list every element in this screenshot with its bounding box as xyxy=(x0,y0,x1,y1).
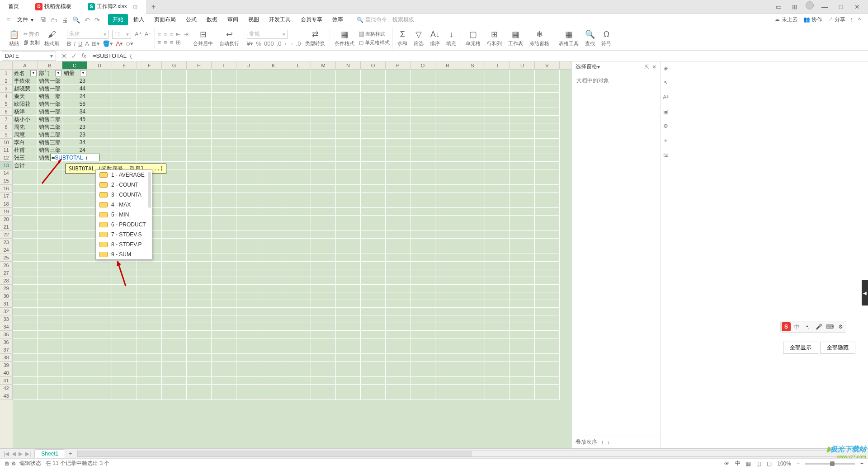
tab-add[interactable]: + xyxy=(146,3,161,11)
fx-icon[interactable]: fx xyxy=(81,52,86,60)
cell[interactable] xyxy=(361,239,386,246)
cell[interactable] xyxy=(212,139,236,146)
cell[interactable] xyxy=(311,377,336,385)
cond-format-button[interactable]: ▦条件格式 xyxy=(333,29,356,47)
cell[interactable] xyxy=(410,208,435,216)
cell[interactable] xyxy=(62,331,87,338)
location-icon[interactable]: ⌖ xyxy=(664,137,667,144)
redo-icon[interactable]: ↷ xyxy=(94,16,100,24)
cell[interactable] xyxy=(261,108,286,116)
cell[interactable] xyxy=(410,185,435,193)
row-header[interactable]: 22 xyxy=(0,231,13,239)
cell[interactable] xyxy=(535,392,560,400)
row-header[interactable]: 19 xyxy=(0,208,13,216)
cell[interactable] xyxy=(87,377,112,385)
cell[interactable] xyxy=(62,185,87,193)
cell[interactable] xyxy=(13,392,38,400)
cell[interactable] xyxy=(460,162,485,169)
cell[interactable] xyxy=(386,169,410,177)
cell[interactable] xyxy=(212,123,236,131)
cell[interactable] xyxy=(485,85,510,93)
cell[interactable]: 45 xyxy=(62,116,87,123)
cell[interactable] xyxy=(137,385,162,392)
cell[interactable] xyxy=(236,354,261,362)
menu-tab-member[interactable]: 会员专享 xyxy=(296,14,327,25)
cell[interactable] xyxy=(336,70,361,77)
view-cn-icon[interactable]: 中 xyxy=(735,460,741,467)
cell[interactable] xyxy=(510,231,535,239)
menu-tab-review[interactable]: 审阅 xyxy=(223,14,243,25)
cell[interactable] xyxy=(535,254,560,262)
cell[interactable] xyxy=(236,285,261,292)
cell[interactable] xyxy=(212,169,236,177)
cell[interactable] xyxy=(62,246,87,254)
cell[interactable] xyxy=(535,216,560,223)
cell[interactable] xyxy=(435,139,460,146)
col-header[interactable]: J xyxy=(236,61,261,69)
cell[interactable] xyxy=(336,100,361,108)
cell[interactable] xyxy=(435,262,460,269)
cell[interactable] xyxy=(38,300,62,308)
move-up-icon[interactable]: ↑ xyxy=(601,439,604,446)
cell[interactable] xyxy=(435,108,460,116)
cell[interactable] xyxy=(261,254,286,262)
cell[interactable] xyxy=(535,185,560,193)
cell[interactable] xyxy=(336,362,361,369)
cell[interactable] xyxy=(261,146,286,154)
row-header[interactable]: 15 xyxy=(0,177,13,185)
cell[interactable] xyxy=(137,131,162,139)
cell[interactable] xyxy=(87,123,112,131)
cell[interactable] xyxy=(485,231,510,239)
row-header[interactable]: 30 xyxy=(0,292,13,300)
cell[interactable] xyxy=(236,70,261,77)
cell[interactable] xyxy=(261,169,286,177)
cell[interactable] xyxy=(87,77,112,85)
cell[interactable] xyxy=(286,123,311,131)
open-icon[interactable]: 🗀 xyxy=(51,16,57,24)
cell[interactable] xyxy=(435,123,460,131)
cell[interactable] xyxy=(87,277,112,285)
cell[interactable] xyxy=(162,193,187,200)
cell[interactable] xyxy=(13,385,38,392)
cell[interactable] xyxy=(261,300,286,308)
cell[interactable] xyxy=(187,338,212,346)
row-header[interactable]: 21 xyxy=(0,223,13,231)
cell[interactable] xyxy=(410,123,435,131)
cell[interactable] xyxy=(336,285,361,292)
maximize-icon[interactable]: □ xyxy=(835,1,846,12)
cell[interactable] xyxy=(386,246,410,254)
cell[interactable] xyxy=(510,362,535,369)
cell[interactable] xyxy=(162,154,187,162)
cell[interactable] xyxy=(336,269,361,277)
cell[interactable]: 24 xyxy=(62,146,87,154)
cell[interactable] xyxy=(137,70,162,77)
cell[interactable] xyxy=(236,239,261,246)
cell[interactable] xyxy=(286,354,311,362)
save-icon[interactable]: 🖫 xyxy=(40,16,46,24)
col-header[interactable]: G xyxy=(162,61,187,69)
cell[interactable] xyxy=(286,70,311,77)
cell[interactable] xyxy=(410,70,435,77)
cell[interactable] xyxy=(13,354,38,362)
cell[interactable] xyxy=(485,277,510,285)
cell[interactable] xyxy=(460,223,485,231)
cell[interactable] xyxy=(62,254,87,262)
align-middle-icon[interactable]: ≡ xyxy=(164,31,167,38)
cell[interactable] xyxy=(261,369,286,377)
cell[interactable] xyxy=(261,377,286,385)
cell[interactable] xyxy=(485,362,510,369)
cell[interactable] xyxy=(361,70,386,77)
cell[interactable] xyxy=(261,216,286,223)
cell[interactable] xyxy=(38,216,62,223)
cell[interactable] xyxy=(62,338,87,346)
cell[interactable] xyxy=(386,100,410,108)
cell[interactable] xyxy=(261,392,286,400)
cell[interactable] xyxy=(261,139,286,146)
cell[interactable] xyxy=(137,285,162,292)
cell[interactable] xyxy=(13,239,38,246)
cell[interactable] xyxy=(386,193,410,200)
cell[interactable] xyxy=(361,246,386,254)
cell[interactable] xyxy=(485,200,510,208)
cell[interactable] xyxy=(386,162,410,169)
row-header[interactable]: 42 xyxy=(0,385,13,392)
